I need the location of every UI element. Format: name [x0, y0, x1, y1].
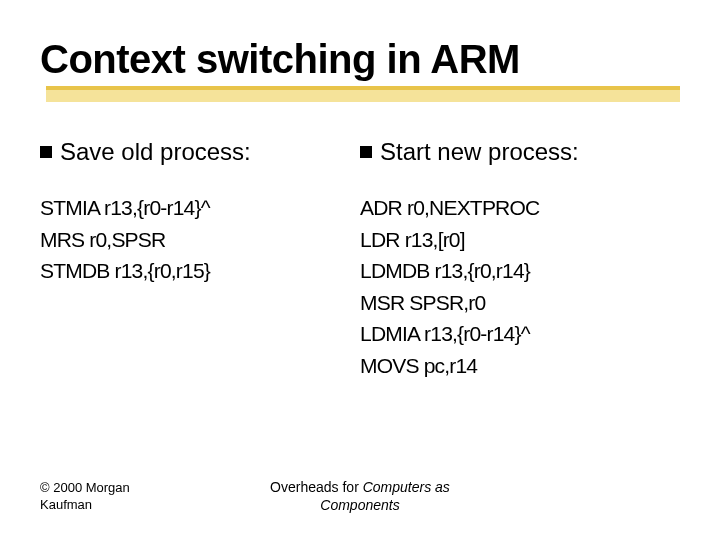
caption-italic: Computers as	[363, 479, 450, 495]
left-column: Save old process: STMIA r13,{r0-r14}^ MR…	[40, 138, 360, 381]
left-line-1: STMIA r13,{r0-r14}^	[40, 196, 210, 219]
slide-footer: © 2000 Morgan Kaufman Overheads for Comp…	[0, 478, 720, 514]
left-code-block: STMIA r13,{r0-r14}^ MRS r0,SPSR STMDB r1…	[40, 192, 350, 287]
square-bullet-icon	[360, 146, 372, 158]
right-line-2: LDR r13,[r0]	[360, 228, 465, 251]
right-line-6: MOVS pc,r14	[360, 354, 477, 377]
right-column: Start new process: ADR r0,NEXTPROC LDR r…	[360, 138, 680, 381]
copyright-line-1: © 2000 Morgan	[40, 480, 130, 495]
title-underline	[46, 86, 680, 110]
left-heading-text: Save old process:	[60, 138, 251, 166]
slide-title: Context switching in ARM	[40, 38, 680, 80]
caption-prefix: Overheads for	[270, 479, 363, 495]
slide: Context switching in ARM Save old proces…	[0, 0, 720, 540]
left-line-2: MRS r0,SPSR	[40, 228, 165, 251]
center-caption: Overheads for Computers as Components	[220, 478, 500, 514]
right-line-5: LDMIA r13,{r0-r14}^	[360, 322, 530, 345]
right-heading-text: Start new process:	[380, 138, 579, 166]
right-code-block: ADR r0,NEXTPROC LDR r13,[r0] LDMDB r13,{…	[360, 192, 670, 381]
right-heading: Start new process:	[360, 138, 670, 166]
copyright-line-2: Kaufman	[40, 497, 92, 512]
right-line-3: LDMDB r13,{r0,r14}	[360, 259, 530, 282]
underline-dark	[46, 86, 680, 90]
left-line-3: STMDB r13,{r0,r15}	[40, 259, 210, 282]
caption-line-2: Components	[320, 497, 399, 513]
square-bullet-icon	[40, 146, 52, 158]
right-line-4: MSR SPSR,r0	[360, 291, 485, 314]
content-columns: Save old process: STMIA r13,{r0-r14}^ MR…	[40, 138, 680, 381]
right-line-1: ADR r0,NEXTPROC	[360, 196, 539, 219]
left-heading: Save old process:	[40, 138, 350, 166]
underline-light	[46, 90, 680, 102]
copyright: © 2000 Morgan Kaufman	[0, 480, 220, 514]
